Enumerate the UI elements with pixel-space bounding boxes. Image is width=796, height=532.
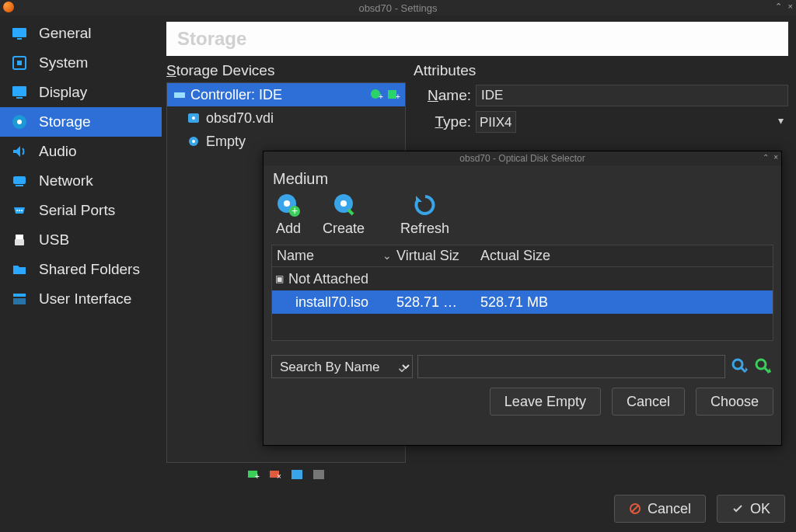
sidebar-item-label: Display xyxy=(39,84,87,101)
medium-actual-size: 528.71 MB xyxy=(480,294,773,311)
attr-name-input[interactable] xyxy=(476,85,788,106)
attr-type-select[interactable]: PIIX4 xyxy=(476,111,516,133)
modal-close-icon[interactable]: × xyxy=(773,153,778,162)
svg-text:+: + xyxy=(292,204,298,217)
medium-group-not-attached[interactable]: ▣ Not Attached xyxy=(272,267,773,290)
modal-rollup-icon[interactable]: ⌃ xyxy=(763,153,769,162)
titlebar: obsd70 - Settings ⌃ × xyxy=(0,0,796,16)
svg-text:×: × xyxy=(277,472,281,481)
modal-window-buttons[interactable]: ⌃ × xyxy=(763,153,778,162)
medium-toolbar: + Add Create Refresh xyxy=(276,193,773,237)
controller-chip-icon xyxy=(173,89,186,101)
usb-icon xyxy=(11,231,28,249)
add-attachment-icon[interactable] xyxy=(290,468,304,482)
storage-devices-title: SStorage Devicestorage Devices xyxy=(166,62,406,79)
create-button[interactable]: Create xyxy=(323,193,365,237)
svg-point-22 xyxy=(192,116,195,120)
svg-rect-5 xyxy=(16,97,23,99)
medium-virtual-size: 528.71 … xyxy=(396,294,480,311)
search-input[interactable] xyxy=(417,355,725,378)
col-name[interactable]: Name xyxy=(272,248,396,264)
search-next-icon[interactable] xyxy=(753,356,773,377)
svg-point-34 xyxy=(284,200,290,207)
sidebar-item-general[interactable]: General xyxy=(0,19,162,48)
display-icon xyxy=(11,84,28,101)
search-prev-icon[interactable] xyxy=(730,356,750,377)
sidebar-item-label: Serial Ports xyxy=(39,202,115,219)
group-label: Not Attached xyxy=(288,271,368,287)
storage-toolbar: + × xyxy=(166,468,406,482)
disk-row-vdi[interactable]: obsd70.vdi xyxy=(167,106,405,130)
ok-button[interactable]: OK xyxy=(717,495,785,523)
sidebar-item-usb[interactable]: USB xyxy=(0,225,162,255)
refresh-label: Refresh xyxy=(400,221,449,237)
cancel-label: Cancel xyxy=(648,501,691,517)
svg-rect-3 xyxy=(17,61,22,65)
svg-rect-15 xyxy=(13,298,26,304)
svg-rect-9 xyxy=(16,185,23,186)
minimize-icon[interactable]: ⌃ xyxy=(775,2,782,12)
add-controller-icon[interactable]: + xyxy=(246,468,260,482)
add-optical-icon[interactable]: + xyxy=(369,88,383,102)
sidebar-item-label: System xyxy=(39,54,88,71)
attr-name-label: Name: xyxy=(414,87,471,104)
close-icon[interactable]: × xyxy=(788,2,793,12)
disk-row-optical[interactable]: Empty xyxy=(167,130,405,153)
optical-disk-selector-dialog: obsd70 - Optical Disk Selector ⌃ × Mediu… xyxy=(263,151,782,446)
medium-table-head[interactable]: Name Virtual Siz Actual Size xyxy=(272,245,773,267)
sidebar-item-storage[interactable]: Storage xyxy=(0,107,162,137)
svg-text:+: + xyxy=(379,92,383,101)
medium-table[interactable]: Name Virtual Siz Actual Size ▣ Not Attac… xyxy=(271,245,773,341)
sidebar-item-display[interactable]: Display xyxy=(0,78,162,107)
search-row: Search By Name xyxy=(271,355,773,378)
sidebar-item-network[interactable]: Network xyxy=(0,166,162,196)
cancel-icon xyxy=(629,502,641,515)
add-button[interactable]: + Add xyxy=(276,193,301,237)
disk-label: Empty xyxy=(206,134,246,150)
svg-rect-13 xyxy=(15,239,24,245)
create-label: Create xyxy=(323,221,365,237)
search-mode-select[interactable]: Search By Name xyxy=(271,355,413,378)
create-disc-icon xyxy=(331,193,356,217)
svg-point-11 xyxy=(19,210,20,211)
remove-attachment-icon[interactable] xyxy=(312,468,326,482)
sidebar-item-label: User Interface xyxy=(39,290,131,308)
sidebar-item-label: Shared Folders xyxy=(39,261,140,278)
attributes-title: Attributes xyxy=(414,62,788,79)
sidebar-item-label: Storage xyxy=(39,113,91,130)
svg-line-32 xyxy=(632,506,638,512)
sidebar-item-label: USB xyxy=(39,231,69,249)
svg-text:+: + xyxy=(396,92,400,101)
sidebar-item-label: Network xyxy=(39,172,93,190)
network-icon xyxy=(11,172,28,190)
window-buttons[interactable]: ⌃ × xyxy=(775,2,793,12)
sidebar-item-serial[interactable]: Serial Ports xyxy=(0,196,162,225)
col-actual-size[interactable]: Actual Size xyxy=(480,248,773,264)
sidebar-item-audio[interactable]: Audio xyxy=(0,137,162,166)
remove-controller-icon[interactable]: × xyxy=(268,468,282,482)
choose-button[interactable]: Choose xyxy=(696,388,773,416)
medium-name: install70.iso xyxy=(272,294,396,311)
sidebar-item-system[interactable]: System xyxy=(0,48,162,78)
collapse-icon[interactable]: ▣ xyxy=(275,273,284,284)
sidebar-item-shared-folders[interactable]: Shared Folders xyxy=(0,255,162,284)
svg-rect-0 xyxy=(12,28,26,37)
controller-label: Controller: IDE xyxy=(190,87,282,103)
refresh-button[interactable]: Refresh xyxy=(400,193,449,237)
disk-label: obsd70.vdi xyxy=(206,110,274,127)
leave-empty-button[interactable]: Leave Empty xyxy=(490,388,601,416)
svg-point-38 xyxy=(340,200,347,207)
svg-point-10 xyxy=(16,210,18,211)
svg-rect-4 xyxy=(12,86,26,96)
col-virtual-size[interactable]: Virtual Siz xyxy=(396,248,480,264)
svg-rect-14 xyxy=(13,294,26,297)
svg-text:+: + xyxy=(255,472,260,481)
sidebar-item-label: General xyxy=(39,25,92,42)
add-hdd-icon[interactable]: + xyxy=(386,88,400,102)
controller-row[interactable]: Controller: IDE + + xyxy=(167,83,405,106)
cancel-button[interactable]: Cancel xyxy=(614,495,706,523)
check-icon xyxy=(731,502,744,515)
medium-row[interactable]: install70.iso 528.71 … 528.71 MB xyxy=(272,290,773,314)
modal-cancel-button[interactable]: Cancel xyxy=(612,388,685,416)
sidebar-item-user-interface[interactable]: User Interface xyxy=(0,284,162,314)
